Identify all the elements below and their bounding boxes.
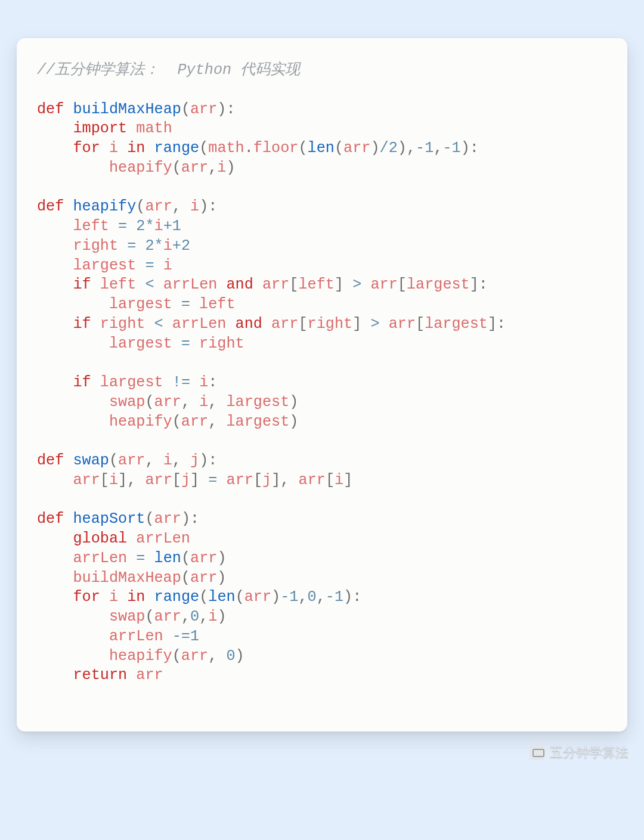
fn-swap: swap (73, 452, 109, 469)
code-comment: //五分钟学算法： Python 代码实现 (37, 61, 300, 79)
code-block: //五分钟学算法： Python 代码实现 def buildMaxHeap(a… (37, 61, 607, 686)
kw-def: def (37, 101, 64, 118)
fn-buildMaxHeap: buildMaxHeap (73, 101, 181, 118)
fn-heapSort: heapSort (73, 510, 145, 528)
fn-heapify: heapify (73, 198, 136, 215)
code-card: //五分钟学算法： Python 代码实现 def buildMaxHeap(a… (17, 38, 627, 731)
watermark: 五分钟学算法 (530, 743, 628, 761)
wechat-icon (530, 745, 545, 760)
watermark-text: 五分钟学算法 (550, 743, 628, 761)
call-heapify: heapify (109, 159, 172, 176)
